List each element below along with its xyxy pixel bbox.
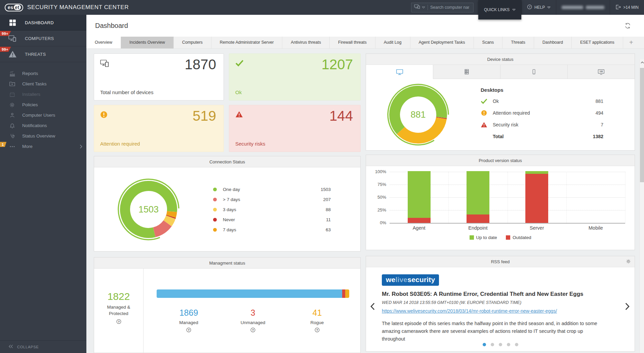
rss-dot-5[interactable] [515,343,518,346]
management-status-bar-chart[interactable] [157,289,349,298]
eset-logo: eset [5,4,23,11]
rss-next-button[interactable] [625,303,630,310]
count-badge: 1 [0,142,6,147]
help-icon[interactable]: ? [250,327,255,332]
device-tab-vm[interactable]: VM [568,65,635,79]
quick-links-menu[interactable]: QUICK LINKS [478,0,521,19]
stat-value: 41 [285,308,349,318]
vertical-scrollbar[interactable] [639,59,644,353]
computer-search-box[interactable] [411,3,474,12]
user-account-menu[interactable] [556,0,610,15]
management-stat-managed: 1869Managed? [157,308,221,334]
logo-live: live [395,276,407,283]
sidebar-item-computers[interactable]: 99+COMPUTERS [0,31,86,46]
sidebar-item-dashboard[interactable]: DASHBOARD [0,15,86,31]
tab-dashboard[interactable]: Dashboard [534,37,572,48]
panel-title: Device status [366,54,635,65]
legend-color-square [506,235,510,240]
search-type-caret-icon[interactable] [422,6,425,9]
legend-label: > 7 days [223,197,311,202]
segment-up-to-date [408,171,431,218]
sidebar-item-label: Notifications [22,123,47,128]
sidebar-item-status-overview[interactable]: Status Overview [0,131,86,141]
quick-links-label: QUICK LINKS [484,7,510,12]
help-icon[interactable]: ? [116,319,121,324]
sidebar-item-label: Installers [22,92,40,97]
refresh-button[interactable] [625,23,631,29]
device-total-row: Total 1382 [481,131,603,143]
summary-card-security-risks[interactable]: 144Security risks [229,105,361,152]
help-menu[interactable]: ? HELP [521,0,556,15]
legend-value: 1503 [311,187,331,192]
tab-eset-applications[interactable]: ESET applications [572,37,623,48]
sidebar-item-installers[interactable]: Installers [0,89,86,100]
collapse-button[interactable]: COLLAPSE [0,340,86,353]
card-label: Security risks [235,141,265,147]
scrollbar-thumb[interactable] [640,68,644,182]
device-tab-phone[interactable] [500,65,568,79]
sidebar-item-policies[interactable]: Policies [0,100,86,110]
tab-firewall-threats[interactable]: Firewall threats [330,37,375,48]
panel-title: Product version status [366,155,635,166]
rss-dot-1[interactable] [483,343,486,346]
sidebar-item-label: Client Tasks [22,81,47,86]
rss-dot-2[interactable] [491,343,494,346]
blurred-username [562,6,583,9]
product-version-bar-chart[interactable]: 100%75%50%25%0% [390,172,625,224]
device-tab-desktop[interactable] [366,65,433,79]
users-icon [9,113,15,118]
card-value: 1870 [185,56,216,73]
tab-scans[interactable]: Scans [474,37,503,48]
chevron-down-icon [547,6,551,9]
tab-antivirus-threats[interactable]: Antivirus threats [282,37,330,48]
tab-incidents-overview[interactable]: Incidents Overview [121,37,174,48]
rss-prev-button[interactable] [370,303,375,310]
legend-color-dot [213,228,217,232]
rss-dot-3[interactable] [499,343,502,346]
sidebar-item-computer-users[interactable]: Computer Users [0,110,86,120]
tab-overview[interactable]: Overview [86,37,121,48]
panel-title: Connection Status [94,156,360,167]
sidebar-item-client-tasks[interactable]: Client Tasks [0,79,86,89]
summary-card-total-number-of-devices[interactable]: 1870Total number of devices [94,53,224,101]
search-input[interactable] [430,5,469,10]
svg-text:?: ? [188,328,190,332]
connection-status-donut-chart[interactable]: 1503 [115,176,182,243]
rss-dot-4[interactable] [507,343,510,346]
sidebar-item-notifications[interactable]: Notifications [0,120,86,131]
help-icon[interactable]: ? [315,327,320,332]
tab-remote-administrator-server[interactable]: Remote Administrator Server [211,37,282,48]
sidebar-item-threats[interactable]: 99+THREATS [0,46,86,62]
device-tab-server[interactable] [433,65,500,79]
tab-computers[interactable]: Computers [174,37,211,48]
sidebar-item-more[interactable]: 1More [0,141,86,152]
summary-card-ok[interactable]: 1207Ok [229,53,361,101]
stacked-bar[interactable] [408,171,431,223]
computers-icon [8,35,17,42]
segment-outdated [525,174,548,223]
sidebar-item-reports[interactable]: Reports [0,68,86,79]
legend-color-dot [213,188,217,191]
summary-card-attention-required[interactable]: 519Attention required [94,105,224,152]
device-status-donut-chart[interactable]: 881 [385,81,452,148]
legend-label: 3 days [223,207,311,212]
help-icon[interactable]: ? [186,327,191,332]
tab-agent-deployment-tasks[interactable]: Agent Deployment Tasks [410,37,474,48]
chart-legend: Up to dateOutdated [366,235,635,240]
check-icon [481,98,493,104]
gear-icon[interactable] [626,259,631,264]
add-dashboard-tab-button[interactable]: + [623,37,639,48]
article-link[interactable]: https://www.welivesecurity.com/2018/03/1… [382,308,557,314]
rss-pagination-dots [366,343,635,346]
y-axis-tick-label: 0% [369,220,386,225]
bar-segment-unmanaged [342,289,345,298]
x-axis-label: Endpoint [448,225,507,231]
tab-audit-log[interactable]: Audit Log [375,37,410,48]
stacked-bar[interactable] [525,171,548,223]
stacked-bar[interactable] [467,171,489,223]
session-timeout[interactable]: >14 MIN [610,0,644,15]
scroll-up-arrow-icon[interactable] [640,59,644,64]
tab-threats[interactable]: Threats [502,37,534,48]
y-axis-tick-label: 50% [369,195,386,200]
svg-text:?: ? [252,328,254,332]
